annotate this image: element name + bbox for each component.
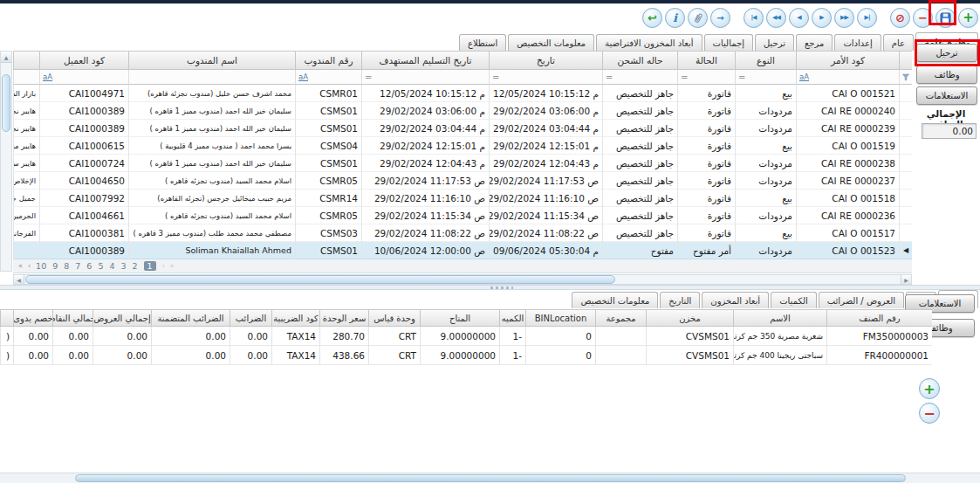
cell-date[interactable]: ص 11:08:22 29/02/2024 (489, 224, 602, 242)
cell-offers-total[interactable]: 0.00 (93, 346, 151, 365)
next-record-button[interactable]: ▶ (812, 8, 832, 28)
cell-type[interactable]: مردودات (735, 120, 796, 137)
cell-status[interactable]: فاتورة (677, 120, 735, 137)
order-row-selected[interactable]: ◀ CAI O 001523 مردودات أمر مفتوح مفتوح م… (13, 242, 912, 259)
page-number[interactable]: 7 (75, 261, 80, 271)
attachment-button[interactable] (688, 8, 708, 28)
filter-date[interactable]: = (489, 70, 602, 85)
cell-status[interactable]: أمر مفتوح (677, 242, 735, 259)
cell-status[interactable]: فاتورة (677, 85, 735, 102)
filter-rep-name[interactable] (128, 70, 295, 85)
cell-target-date[interactable]: ص 11:08:22 29/02/2024 (361, 224, 489, 242)
filter-funnel-cell[interactable] (899, 70, 912, 85)
cell-uom[interactable]: CRT (368, 346, 420, 365)
cell-client-code[interactable]: CAI1004661 (39, 207, 128, 224)
cell-points-total[interactable]: 0.00 (52, 346, 93, 365)
page-number[interactable]: 9 (52, 261, 58, 271)
order-row[interactable]: CAI RE 0000238 مردودات فاتورة جاهز للتخص… (13, 155, 912, 172)
cell-item-name[interactable]: شعرية مصرية 350 جم كرتون (733, 327, 826, 346)
cell-date[interactable]: ص 11:17:53 29/02/2024 (489, 172, 602, 190)
tab-inventory-dims[interactable]: أبعاد المخزون (702, 292, 769, 308)
cell-item-name[interactable]: سباجتى ريجينا 400 جم كرتون (733, 346, 826, 365)
order-row[interactable]: CAI O 001519 بيع فاتورة جاهز للتخصيص م 1… (13, 137, 912, 155)
cell-order-code[interactable]: CAI O 001517 (796, 224, 899, 242)
cell-available[interactable]: 9.00000000 (420, 327, 499, 346)
col-available[interactable]: المتاح (420, 310, 499, 327)
cell-ship-status[interactable]: جاهز للتخصيص (602, 102, 677, 120)
cell-target-date[interactable]: ص 11:17:53 29/02/2024 (361, 172, 489, 190)
cell-type[interactable]: بيع (735, 224, 796, 242)
order-row[interactable]: CAI RE 0000239 مردودات فاتورة جاهز للتخص… (13, 120, 912, 137)
cell-rep-name[interactable]: مريم حبيب ميخائيل جرجس (تجزئه القاهره) (128, 190, 295, 207)
pagination-next-icon[interactable]: › (162, 262, 164, 270)
send-button[interactable]: → (710, 8, 730, 28)
cell-order-code[interactable]: CAI RE 0000238 (796, 155, 899, 172)
horizontal-scrollbar-thumb[interactable] (25, 275, 615, 284)
cell-client-name[interactable] (13, 242, 39, 259)
cell-manual-discount[interactable]: 0.00 (13, 346, 52, 365)
col-bin-location[interactable]: BINLocation (525, 310, 595, 327)
undo-document-button[interactable]: ↩ (642, 8, 662, 28)
tab-inquiry[interactable]: استطلاع (459, 34, 506, 51)
cell-type[interactable]: مردودات (735, 207, 796, 224)
filter-client-name[interactable] (13, 70, 39, 85)
cell-status[interactable]: فاتورة (677, 190, 735, 207)
cell-client-code[interactable]: CAI1007992 (39, 190, 128, 207)
cell-client-code[interactable]: CAI1000389 (39, 102, 128, 120)
cell-date[interactable]: ص 11:16:10 29/02/2024 (489, 190, 602, 207)
col-type[interactable]: النوع (735, 52, 796, 70)
cell-rep-code[interactable]: CSMS01 (295, 242, 361, 259)
col-store[interactable]: مخزن (646, 310, 733, 327)
filter-client-code[interactable]: aA (39, 70, 128, 85)
cell-group[interactable] (595, 346, 646, 365)
cell-quantity[interactable]: 1- (499, 327, 525, 346)
post-button[interactable]: ترحيل (916, 44, 977, 62)
filter-type[interactable]: = (735, 70, 796, 85)
scroll-left-icon[interactable]: ◀ (14, 275, 24, 284)
info-button[interactable]: i (665, 8, 685, 28)
cell-target-date[interactable]: ص 12:00:00 10/06/2024 (361, 242, 489, 259)
col-uom[interactable]: وحدة قياس (368, 310, 420, 327)
page-number[interactable]: 8 (64, 261, 69, 271)
tab-reference[interactable]: مرجع (796, 34, 833, 51)
cell-tax-code[interactable]: TAX14 (271, 346, 319, 365)
tab-offers-taxes[interactable]: العروض / الضرائب (819, 292, 904, 308)
cell-client-name[interactable]: هايبر نجمة (13, 102, 39, 120)
cell-manual-discount[interactable]: 0.00 (13, 327, 52, 346)
cell-rep-code[interactable]: CSMS01 (295, 155, 361, 172)
cell-client-code[interactable]: CAI1000381 (39, 224, 128, 242)
remove-line-button[interactable]: − (919, 403, 940, 424)
vertical-scrollbar-thumb[interactable] (2, 74, 10, 132)
page-number[interactable]: 2 (133, 261, 138, 271)
page-horizontal-scrollbar[interactable] (0, 473, 980, 483)
pagination-first-icon[interactable]: « (18, 262, 22, 270)
cell-client-name[interactable]: هايبر نجمة (13, 120, 39, 137)
cancel-button[interactable]: ⊘ (890, 8, 910, 28)
cell-rep-name[interactable]: Soliman Khaiallah Ahmed (128, 242, 295, 259)
cell-client-code[interactable]: CAI1000615 (39, 137, 128, 155)
cell-unit-price[interactable]: 280.70 (319, 327, 368, 346)
order-row[interactable]: CAI O 001518 بيع فاتورة جاهز للتخصيص ص 1… (13, 190, 912, 207)
cell-order-code[interactable]: CAI RE 0000236 (796, 207, 899, 224)
cell-client-name[interactable]: الحرمين-ا (13, 207, 39, 224)
cell-target-date[interactable]: م 12:04:43 29/02/2024 (361, 155, 489, 172)
cell-rep-code[interactable]: CSMS01 (295, 102, 361, 120)
cell-store[interactable]: CVSMS01 (646, 346, 733, 365)
cell-unit-price[interactable]: 438.66 (319, 346, 368, 365)
cell-rep-code[interactable]: CSMR05 (295, 172, 361, 190)
cell-ship-status[interactable]: جاهز للتخصيص (602, 172, 677, 190)
col-order-code[interactable]: كود الأمر (796, 52, 899, 70)
cell-order-code[interactable]: CAI O 001519 (796, 137, 899, 155)
col-taxes[interactable]: الضرائب (230, 310, 271, 327)
page-number[interactable]: 10 (36, 261, 46, 271)
cell-order-code[interactable]: CAI RE 0000239 (796, 120, 899, 137)
cell-offers-total[interactable]: 0.00 (93, 327, 151, 346)
pagination-last-icon[interactable]: » (170, 262, 174, 270)
cell-type[interactable]: بيع (735, 137, 796, 155)
cell-rep-name[interactable]: محمد اشرف حسن خليل (مندوب تجزئه قاهره) (128, 85, 295, 102)
col-quantity[interactable]: الكميه (499, 310, 525, 327)
cell-client-name[interactable]: هايبر سامي (13, 155, 39, 172)
cell-ship-status[interactable]: جاهز للتخصيص (602, 224, 677, 242)
cell-rep-code[interactable]: CSMR01 (295, 85, 361, 102)
order-row[interactable]: CAI O 001521 بيع فاتورة جاهز للتخصيص م 1… (13, 85, 912, 102)
